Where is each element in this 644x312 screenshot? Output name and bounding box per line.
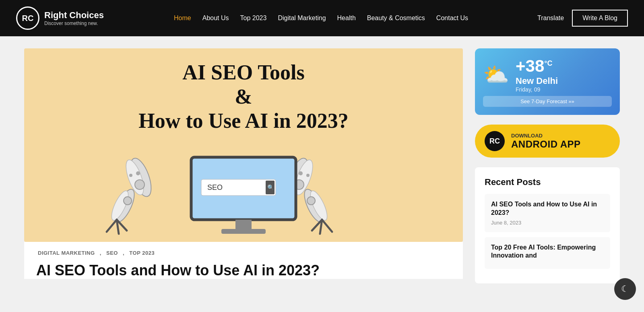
site-header: RC Right Choices Discover something new.… xyxy=(0,0,644,36)
weather-widget: ⛅ +38°C New Delhi Friday, 09 See 7-Day F… xyxy=(475,48,620,115)
recent-post-2-title: Top 20 Free AI Tools: Empowering Innovat… xyxy=(491,243,604,260)
article-meta: DIGITAL MARKETING , SEO , TOP 2023 AI SE… xyxy=(24,242,463,279)
recent-post-1-title: AI SEO Tools and How to Use AI in 2023? xyxy=(491,200,604,217)
site-tagline: Discover something new. xyxy=(44,21,104,26)
sidebar: ⛅ +38°C New Delhi Friday, 09 See 7-Day F… xyxy=(475,48,620,283)
android-app-banner[interactable]: RC DOWNLOAD ANDROID APP xyxy=(475,125,620,158)
svg-point-16 xyxy=(307,197,315,205)
weather-forecast-link[interactable]: See 7-Day Forecast »» xyxy=(483,96,612,107)
svg-point-10 xyxy=(129,174,132,177)
svg-point-4 xyxy=(135,180,144,189)
write-blog-button[interactable]: Write A Blog xyxy=(572,10,628,27)
nav-about[interactable]: About Us xyxy=(202,15,229,22)
svg-rect-28 xyxy=(221,229,266,234)
robot-scene: SEO 🔍 xyxy=(32,137,455,238)
svg-point-20 xyxy=(299,171,303,175)
nav-digital-marketing[interactable]: Digital Marketing xyxy=(278,15,326,22)
cloud-icon: ⛅ xyxy=(483,62,509,87)
recent-post-1-date: June 8, 2023 xyxy=(491,220,604,226)
android-download-label: DOWNLOAD xyxy=(511,133,581,139)
android-app-label: ANDROID APP xyxy=(511,139,581,150)
weather-temperature: +38°C xyxy=(516,56,558,76)
tag-top2023[interactable]: TOP 2023 xyxy=(129,250,155,256)
svg-line-17 xyxy=(322,220,332,232)
logo-area[interactable]: RC Right Choices Discover something new. xyxy=(16,6,105,30)
nav-beauty[interactable]: Beauty & Cosmetics xyxy=(367,15,425,22)
weather-city: New Delhi xyxy=(516,76,558,86)
nav-top2023[interactable]: Top 2023 xyxy=(240,15,267,22)
recent-posts-widget: Recent Posts AI SEO Tools and How to Use… xyxy=(475,167,620,283)
recent-post-1[interactable]: AI SEO Tools and How to Use AI in 2023? … xyxy=(485,194,610,232)
hero-title: AI SEO Tools & How to Use AI in 2023? xyxy=(138,60,348,133)
article-title: AI SEO Tools and How to Use AI in 2023? xyxy=(36,262,451,279)
translate-link[interactable]: Translate xyxy=(537,15,564,22)
main-container: AI SEO Tools & How to Use AI in 2023? xyxy=(8,36,636,295)
article-tags: DIGITAL MARKETING , SEO , TOP 2023 xyxy=(36,250,451,256)
svg-point-21 xyxy=(306,174,310,177)
svg-text:SEO: SEO xyxy=(207,183,223,191)
nav-contact[interactable]: Contact Us xyxy=(436,15,468,22)
header-right: Translate Write A Blog xyxy=(537,10,628,27)
hero-image: AI SEO Tools & How to Use AI in 2023? xyxy=(24,48,463,242)
site-name: Right Choices xyxy=(44,10,104,21)
svg-line-6 xyxy=(107,220,117,232)
logo-icon: RC xyxy=(16,6,39,30)
tag-seo[interactable]: SEO xyxy=(106,250,118,256)
svg-rect-27 xyxy=(235,220,252,230)
recent-posts-title: Recent Posts xyxy=(485,177,610,187)
main-nav: Home About Us Top 2023 Digital Marketing… xyxy=(105,15,537,22)
svg-point-5 xyxy=(124,197,132,205)
nav-health[interactable]: Health xyxy=(337,15,356,22)
svg-point-9 xyxy=(136,171,140,175)
weather-date: Friday, 09 xyxy=(516,86,558,93)
tag-digital-marketing[interactable]: DIGITAL MARKETING xyxy=(38,250,95,256)
svg-text:🔍: 🔍 xyxy=(267,184,275,191)
nav-home[interactable]: Home xyxy=(174,15,191,22)
content-area: AI SEO Tools & How to Use AI in 2023? xyxy=(24,48,463,283)
recent-post-2[interactable]: Top 20 Free AI Tools: Empowering Innovat… xyxy=(485,237,610,269)
android-logo: RC xyxy=(485,131,505,151)
